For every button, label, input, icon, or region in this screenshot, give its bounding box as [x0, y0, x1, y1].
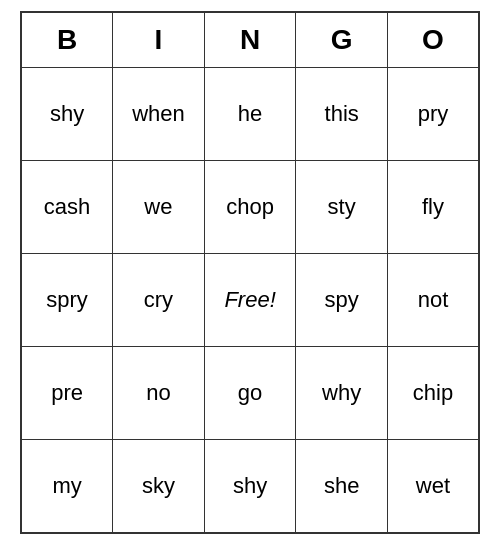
bingo-cell-3-2: go	[204, 347, 296, 440]
header-row: BINGO	[21, 12, 479, 68]
bingo-row-2: sprycryFree!spynot	[21, 254, 479, 347]
bingo-cell-1-0: cash	[21, 161, 113, 254]
bingo-row-4: myskyshyshewet	[21, 440, 479, 533]
header-cell-i: I	[113, 12, 205, 68]
bingo-cell-3-4: chip	[387, 347, 479, 440]
bingo-cell-1-2: chop	[204, 161, 296, 254]
bingo-row-1: cashwechopstyfly	[21, 161, 479, 254]
bingo-card: BINGO shywhenhethisprycashwechopstyflysp…	[20, 11, 480, 534]
bingo-cell-4-3: she	[296, 440, 388, 533]
bingo-cell-2-4: not	[387, 254, 479, 347]
bingo-cell-2-1: cry	[113, 254, 205, 347]
bingo-cell-2-3: spy	[296, 254, 388, 347]
bingo-row-0: shywhenhethispry	[21, 68, 479, 161]
bingo-cell-4-1: sky	[113, 440, 205, 533]
bingo-cell-0-4: pry	[387, 68, 479, 161]
bingo-cell-0-3: this	[296, 68, 388, 161]
bingo-cell-2-2: Free!	[204, 254, 296, 347]
header-cell-b: B	[21, 12, 113, 68]
bingo-cell-1-4: fly	[387, 161, 479, 254]
bingo-cell-4-2: shy	[204, 440, 296, 533]
bingo-cell-4-4: wet	[387, 440, 479, 533]
bingo-cell-3-3: why	[296, 347, 388, 440]
bingo-cell-4-0: my	[21, 440, 113, 533]
header-cell-n: N	[204, 12, 296, 68]
bingo-cell-0-1: when	[113, 68, 205, 161]
header-cell-g: G	[296, 12, 388, 68]
bingo-cell-0-0: shy	[21, 68, 113, 161]
bingo-cell-2-0: spry	[21, 254, 113, 347]
bingo-cell-1-3: sty	[296, 161, 388, 254]
bingo-cell-1-1: we	[113, 161, 205, 254]
bingo-cell-3-1: no	[113, 347, 205, 440]
bingo-cell-0-2: he	[204, 68, 296, 161]
bingo-cell-3-0: pre	[21, 347, 113, 440]
header-cell-o: O	[387, 12, 479, 68]
bingo-row-3: prenogowhychip	[21, 347, 479, 440]
